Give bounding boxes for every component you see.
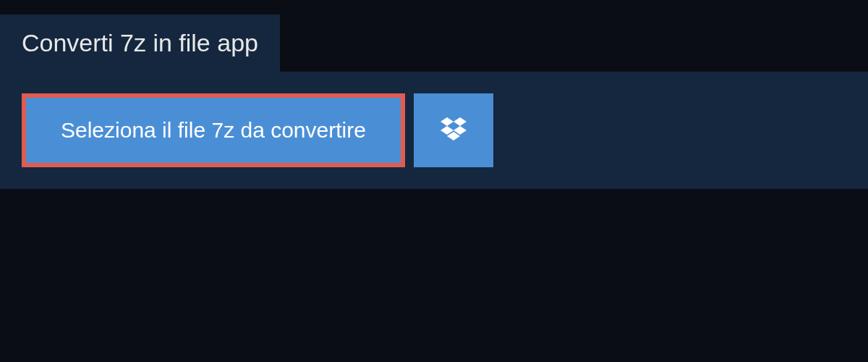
button-row: Seleziona il file 7z da convertire — [22, 93, 846, 167]
select-file-label: Seleziona il file 7z da convertire — [61, 118, 366, 143]
dropbox-button[interactable] — [414, 93, 493, 167]
select-file-button[interactable]: Seleziona il file 7z da convertire — [22, 93, 405, 167]
header-tab: Converti 7z in file app — [0, 14, 280, 72]
main-panel: Seleziona il file 7z da convertire — [0, 72, 868, 189]
page-title: Converti 7z in file app — [22, 29, 258, 57]
dropbox-icon — [441, 117, 467, 143]
